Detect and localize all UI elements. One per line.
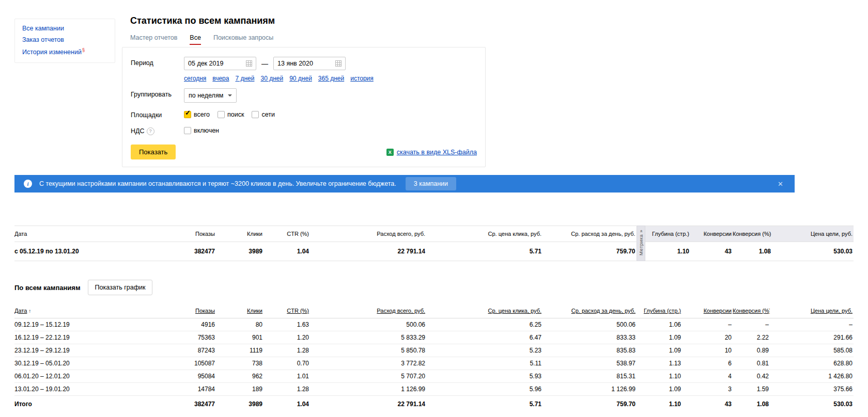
table-row: 13.01.20 – 19.01.20147841891.281 126.995… (14, 383, 854, 396)
main-content: Статистика по всем кампаниям Мастер отче… (130, 15, 494, 167)
table-cell: 585.08 (770, 344, 854, 357)
quick-link-365-days[interactable]: 365 дней (318, 75, 344, 82)
download-xls-link[interactable]: скачать в виде XLS-файла (397, 149, 477, 156)
summary-cell: 43 (690, 242, 733, 261)
group-by-select[interactable]: по неделям (184, 88, 237, 103)
metrika-expander[interactable]: Метрика » (637, 226, 645, 261)
campaigns-section-title: По всем кампаниям (14, 284, 81, 292)
table-cell: 0.42 (733, 370, 770, 383)
date-to-input[interactable]: 13 янв 2020 (273, 57, 346, 70)
summary-cell: 22 791.14 (310, 242, 426, 261)
table-cell: 901 (216, 331, 264, 344)
sort-up-icon: ↑ (28, 308, 31, 314)
close-icon[interactable]: ✕ (776, 180, 785, 188)
vat-row: НДС? включен (131, 125, 477, 135)
table-cell: 1.10 (637, 370, 682, 383)
chevron-down-icon (228, 94, 232, 97)
sidebar-item-order-reports[interactable]: Заказ отчетов (22, 36, 107, 43)
platform-option-search[interactable]: поиск (218, 111, 244, 118)
show-chart-button[interactable]: Показать график (88, 280, 153, 295)
column-header: Клики (216, 226, 264, 242)
summary-cell: 530.03 (772, 242, 854, 261)
table-cell: 5 833.29 (310, 331, 426, 344)
tab-report-wizard[interactable]: Мастер отчетов (130, 34, 177, 45)
quick-link-history[interactable]: история (350, 75, 374, 82)
table-cell: 5 707.20 (310, 370, 426, 383)
table-cell: 291.66 (770, 331, 854, 344)
sort-link-goal-cost[interactable]: Цена цели, руб. (811, 308, 853, 314)
sidebar-item-label: История изменений (22, 49, 82, 56)
show-button[interactable]: Показать (131, 145, 176, 159)
calendar-icon (246, 60, 252, 67)
table-cell: 105087 (159, 357, 216, 370)
period-label: Период (131, 57, 184, 67)
quick-link-today[interactable]: сегодня (184, 75, 206, 82)
sort-link-conversions[interactable]: Конверсии (704, 308, 732, 314)
table-cell: 1.28 (264, 383, 310, 396)
campaigns-count-button[interactable]: 3 кампании (406, 177, 456, 190)
column-header-total-cost: Расход всего, руб. (310, 303, 426, 318)
total-cell: 1.04 (264, 396, 310, 413)
sort-link-avg-cpc[interactable]: Ср. цена клика, руб. (488, 308, 541, 314)
column-header-goal-cost: Цена цели, руб. (770, 303, 854, 318)
table-row: 16.12.19 – 22.12.19753639011.205 833.296… (14, 331, 854, 344)
table-cell: 962 (216, 370, 264, 383)
sort-link-total-cost[interactable]: Расход всего, руб. (377, 308, 425, 314)
checkbox-label: сети (261, 111, 275, 118)
platform-option-networks[interactable]: сети (252, 111, 275, 118)
date-from-input[interactable]: 05 дек 2019 (184, 57, 256, 70)
quick-link-90-days[interactable]: 90 дней (289, 75, 312, 82)
vat-option-included[interactable]: включен (184, 127, 219, 134)
table-cell: 95084 (159, 370, 216, 383)
filter-panel: Период 05 дек 2019 — 13 янв 2020 (122, 47, 486, 167)
summary-table: Дата Показы Клики CTR (%) Расход всего, … (14, 226, 854, 261)
summary-cell: 1.10 (645, 242, 690, 261)
tab-all[interactable]: Все (190, 34, 201, 45)
platform-option-total[interactable]: ✓ всего (184, 111, 210, 118)
sidebar-item-change-history[interactable]: История изменений§ (22, 47, 107, 56)
checkbox-networks[interactable] (252, 111, 259, 118)
table-cell: 1.20 (264, 331, 310, 344)
table-cell: 10 (682, 344, 733, 357)
sort-link-depth[interactable]: Глубина (стр.) (644, 308, 681, 314)
sort-link-ctr[interactable]: CTR (%) (287, 308, 309, 314)
notification-banner: i С текущими настройками кампании остана… (14, 175, 795, 193)
table-row: 09.12.19 – 15.12.194916801.63500.066.255… (14, 318, 854, 331)
checkmark-icon: ✓ (185, 109, 191, 117)
table-cell: 30.12.19 – 05.01.20 (14, 357, 159, 370)
total-cell: 759.70 (542, 396, 637, 413)
quick-link-yesterday[interactable]: вчера (212, 75, 229, 82)
quick-link-7-days[interactable]: 7 дней (235, 75, 254, 82)
page-title: Статистика по всем кампаниям (130, 15, 494, 26)
column-header-avg-cpc: Ср. цена клика, руб. (426, 303, 542, 318)
checkbox-total[interactable]: ✓ (184, 111, 191, 118)
sort-link-avg-daily-cost[interactable]: Ср. расход за день, руб. (571, 308, 636, 314)
summary-data-row: с 05.12.19 по 13.01.20 382477 3989 1.04 … (14, 242, 854, 261)
column-header: Глубина (стр.) (645, 226, 690, 242)
column-header: Показы (159, 226, 216, 242)
help-icon[interactable]: ? (147, 127, 154, 135)
sidebar-item-all-campaigns[interactable]: Все кампании (22, 25, 107, 32)
sort-link-conversion-rate[interactable]: Конверсия (%) (733, 308, 770, 314)
checkbox-vat[interactable] (184, 127, 191, 134)
column-header-depth: Глубина (стр.) (637, 303, 682, 318)
total-cell: 3989 (216, 396, 264, 413)
table-cell: 1119 (216, 344, 264, 357)
checkbox-label: включен (194, 127, 219, 134)
date-from-value: 05 дек 2019 (188, 60, 223, 67)
summary-header-row: Дата Показы Клики CTR (%) Расход всего, … (14, 226, 854, 242)
table-cell: 4 (682, 370, 733, 383)
total-cell: 5.71 (426, 396, 542, 413)
table-cell: 538.97 (542, 357, 637, 370)
tab-search-queries[interactable]: Поисковые запросы (213, 34, 273, 45)
main-header-row: Дата↑ Показы Клики CTR (%) Расход всего,… (14, 303, 854, 318)
sort-link-clicks[interactable]: Клики (247, 308, 262, 314)
table-cell: 06.01.20 – 12.01.20 (14, 370, 159, 383)
banner-text: С текущими настройками кампании останавл… (39, 180, 396, 187)
checkbox-search[interactable] (218, 111, 225, 118)
quick-link-30-days[interactable]: 30 дней (260, 75, 283, 82)
table-cell: – (682, 318, 733, 331)
sort-link-date[interactable]: Дата (14, 308, 27, 314)
sort-link-shows[interactable]: Показы (195, 308, 215, 314)
sidebar: Все кампании Заказ отчетов История измен… (14, 19, 115, 63)
